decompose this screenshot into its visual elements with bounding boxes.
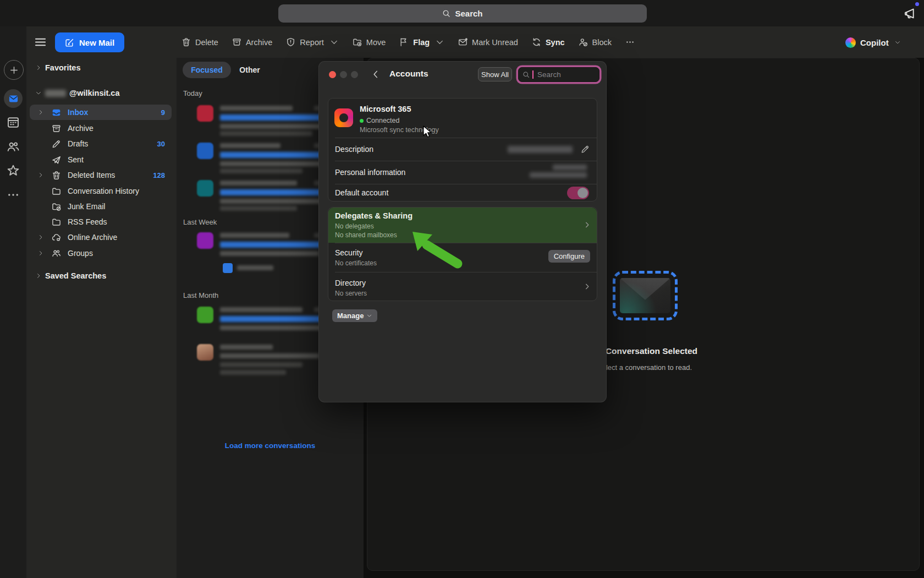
no-certificates-label: No certificates <box>335 259 377 267</box>
rail-people-tab people-icon[interactable] <box>7 140 20 154</box>
sidebar-item-groups[interactable]: Groups <box>30 246 172 261</box>
settings-search-field[interactable] <box>518 67 600 82</box>
toolbar-actions: Delete Archive Report Move Flag Mark Unr… <box>182 26 635 58</box>
compose-icon <box>65 38 74 47</box>
redacted-personal-value <box>553 165 587 170</box>
drafts-count: 30 <box>157 140 165 148</box>
rail-more-button ellipsis-icon[interactable] <box>7 188 20 201</box>
avatar <box>197 344 213 361</box>
trash-icon <box>182 37 191 47</box>
report-label: Report <box>300 38 324 47</box>
sidebar-item-inbox[interactable]: Inbox 9 <box>30 105 172 120</box>
connected-dot-icon <box>360 119 364 123</box>
inbox-icon <box>52 108 61 117</box>
window-close-button[interactable] <box>329 71 336 78</box>
global-search-label: Search <box>455 9 482 18</box>
manage-label: Manage <box>337 312 364 320</box>
chevron-down-icon <box>35 90 42 96</box>
settings-search-input[interactable] <box>536 70 593 79</box>
new-mail-label: New Mail <box>79 38 114 47</box>
block-icon <box>579 37 588 47</box>
sync-button[interactable]: Sync <box>532 37 565 47</box>
show-all-button[interactable]: Show All <box>478 67 512 81</box>
global-search-bar[interactable]: Search <box>278 4 647 23</box>
search-icon <box>522 71 530 78</box>
sidebar-item-rss-feeds[interactable]: RSS Feeds <box>30 214 172 230</box>
manage-dropdown-button[interactable]: Manage <box>332 309 377 322</box>
announcements-icon[interactable] <box>904 7 917 20</box>
more-actions-button[interactable] <box>625 37 635 47</box>
saved-searches-label: Saved Searches <box>45 271 106 280</box>
delete-button[interactable]: Delete <box>182 37 218 47</box>
load-more-link[interactable]: Load more conversations <box>177 441 364 450</box>
rail-favorites-tab star-icon[interactable] <box>7 164 20 177</box>
block-label: Block <box>592 38 612 47</box>
default-account-toggle[interactable] <box>567 187 589 199</box>
section-last-week: Last Week <box>183 218 217 226</box>
rail-calendar-tab calendar-icon[interactable] <box>7 116 20 129</box>
edit-pencil-icon[interactable] <box>581 145 590 154</box>
chevron-right-icon <box>583 282 591 291</box>
flag-button[interactable]: Flag <box>399 37 444 47</box>
text-caret <box>532 70 534 79</box>
archive-button[interactable]: Archive <box>232 37 272 47</box>
window-zoom-button[interactable] <box>351 71 358 78</box>
back-button[interactable] <box>371 69 381 79</box>
favorites-header[interactable]: Favorites <box>35 63 80 72</box>
chevron-down-icon[interactable] <box>329 37 339 47</box>
sidebar-item-junk-email[interactable]: Junk Email <box>30 199 172 214</box>
dialog-title: Accounts <box>389 69 428 79</box>
annotation-arrow <box>407 228 473 283</box>
move-button[interactable]: Move <box>353 37 386 47</box>
copilot-logo-icon <box>845 37 856 48</box>
sidebar-item-sent[interactable]: Sent <box>30 152 172 167</box>
sidebar-item-drafts[interactable]: Drafts 30 <box>30 136 172 151</box>
block-button[interactable]: Block <box>579 37 612 47</box>
hamburger-menu-icon[interactable] <box>34 36 47 48</box>
chevron-down-icon[interactable] <box>435 37 444 47</box>
sidebar-item-online-archive[interactable]: Online Archive <box>30 230 172 245</box>
focused-label: Focused <box>191 66 223 74</box>
redacted-personal-value <box>530 172 587 178</box>
delegates-sharing-label: Delegates & Sharing <box>335 211 413 220</box>
configure-button[interactable]: Configure <box>548 250 590 263</box>
junk-folder-icon <box>52 202 61 211</box>
personal-information-label: Personal information <box>335 168 405 177</box>
mark-unread-label: Mark Unread <box>472 38 518 47</box>
new-item-button[interactable] <box>4 60 24 80</box>
new-mail-button[interactable]: New Mail <box>55 32 124 52</box>
microsoft-365-logo-icon <box>334 108 353 127</box>
chevron-right-icon[interactable] <box>37 172 44 178</box>
chevron-right-icon[interactable] <box>37 250 44 257</box>
redacted-description-value <box>508 146 573 153</box>
saved-searches-header[interactable]: Saved Searches <box>35 271 106 280</box>
chevron-down-icon <box>894 39 901 46</box>
connected-label: Connected <box>366 117 399 124</box>
report-button[interactable]: Report <box>286 37 339 47</box>
copilot-button[interactable]: Copilot <box>845 33 901 52</box>
avatar <box>197 143 213 159</box>
notification-dot <box>915 2 919 6</box>
section-last-month: Last Month <box>183 291 218 299</box>
sidebar-item-archive[interactable]: Archive <box>30 121 172 136</box>
chevron-right-icon[interactable] <box>37 109 44 116</box>
inbox-label: Inbox <box>68 108 161 117</box>
sidebar-item-conversation-history[interactable]: Conversation History <box>30 183 172 199</box>
drafts-label: Drafts <box>68 139 157 148</box>
chevron-down-icon <box>366 313 372 319</box>
window-minimize-button[interactable] <box>340 71 347 78</box>
account-header[interactable]: @wilkinsit.ca <box>35 89 120 97</box>
sidebar-item-deleted-items[interactable]: Deleted Items 128 <box>30 167 172 183</box>
avatar <box>197 307 213 323</box>
inbox-count: 9 <box>161 108 165 117</box>
chevron-right-icon[interactable] <box>37 234 44 241</box>
mouse-cursor <box>422 126 433 139</box>
tab-focused[interactable]: Focused <box>183 62 231 78</box>
default-account-label: Default account <box>335 188 388 197</box>
tab-other[interactable]: Other <box>233 62 267 78</box>
titlebar: Search <box>0 0 924 26</box>
cloud-icon <box>52 233 61 242</box>
mark-unread-button[interactable]: Mark Unread <box>458 37 518 47</box>
rail-mail-tab[interactable] <box>4 89 23 108</box>
security-label: Security <box>335 248 363 257</box>
